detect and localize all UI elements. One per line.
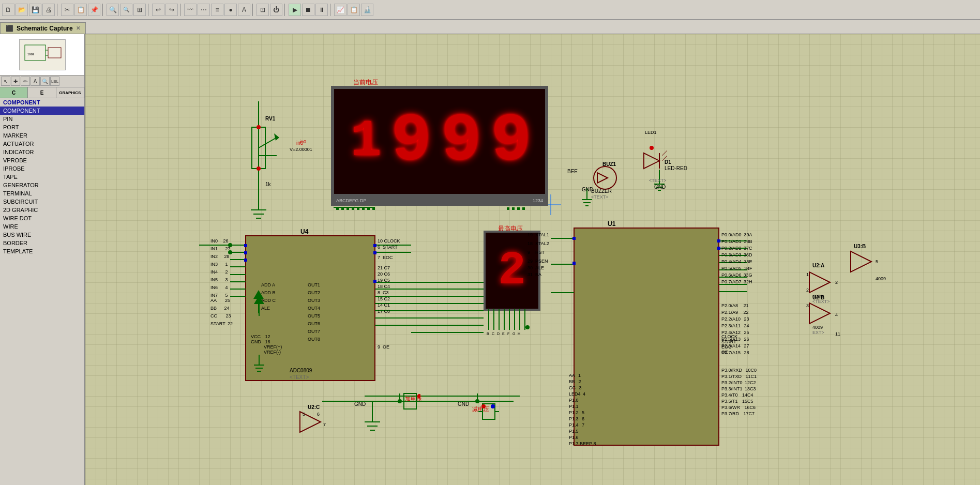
comp-item-border[interactable]: BORDER	[0, 239, 84, 247]
comp-item-actuator[interactable]: ACTUATOR	[0, 140, 84, 148]
gnd-d1: GND	[654, 184, 666, 190]
comp-item-wire[interactable]: WIRE	[0, 222, 84, 231]
svg-rect-104	[357, 207, 359, 210]
power-btn[interactable]: ⏻	[270, 4, 282, 16]
svg-rect-102	[346, 207, 349, 210]
comp-item-iprobe[interactable]: IPROBE	[0, 164, 84, 173]
cat-tab-e[interactable]: E	[28, 87, 56, 98]
svg-text:D: D	[497, 332, 500, 336]
u2a-out: 2	[835, 280, 838, 285]
print-btn[interactable]: 🖨	[42, 4, 55, 16]
svg-rect-108	[507, 207, 509, 210]
u1-p1-pins: AA 1 BB 2 CC 3 LED4 4 P1.0 P1.1 P1.2 5 P…	[569, 373, 596, 446]
svg-rect-88	[373, 280, 376, 283]
schematic-preview: 1999	[0, 34, 84, 75]
net-btn[interactable]: ⋯	[198, 4, 210, 16]
comp-item-pin[interactable]: PIN	[0, 115, 84, 123]
probe-btn[interactable]: 🔬	[361, 4, 373, 16]
svg-rect-110	[517, 207, 520, 210]
category-tabs: C E GRAPHICS	[0, 87, 84, 98]
u4-vref: VREF(+) VREF(-)	[264, 344, 282, 355]
u4-text-placeholder: <TEXT>	[290, 374, 309, 380]
u4-label: U4	[300, 228, 308, 235]
svg-marker-13	[809, 272, 830, 293]
u2c-in: 5	[303, 412, 305, 417]
select-tool[interactable]: ↖	[1, 77, 10, 86]
tab-close-btn[interactable]: ✕	[76, 25, 80, 31]
svg-rect-92	[717, 247, 720, 250]
draw-tool[interactable]: ✏	[21, 77, 30, 86]
save-btn[interactable]: 💾	[29, 4, 41, 16]
rv1-symbol	[246, 101, 287, 220]
tab-label: Schematic Capture	[17, 25, 73, 32]
comp-item-generator[interactable]: GENERATOR	[0, 181, 84, 189]
label-btn[interactable]: A	[238, 4, 250, 16]
buz1-label: BUZ1	[602, 161, 616, 167]
redo-btn[interactable]: ↪	[165, 4, 178, 16]
u4-oe-pin: 9 OE	[378, 344, 389, 350]
comp-item-vprobe[interactable]: VPROBE	[0, 156, 84, 164]
comp-item-terminal[interactable]: TERMINAL	[0, 189, 84, 198]
svg-point-99	[257, 166, 261, 171]
u2b-in1: 3	[806, 303, 809, 308]
log-btn[interactable]: 📋	[348, 4, 360, 16]
svg-rect-106	[367, 207, 370, 210]
comp-item-marker[interactable]: MARKER	[0, 131, 84, 140]
cat-tab-graphics[interactable]: GRAPHICS	[56, 87, 84, 98]
svg-line-22	[662, 150, 667, 156]
svg-marker-96	[274, 133, 279, 141]
component-btn[interactable]: ⊡	[257, 4, 269, 16]
zoom-in-btn[interactable]: 🔍	[107, 4, 119, 16]
comp-item-indicator[interactable]: INDICATOR	[0, 148, 84, 156]
paste-btn[interactable]: 📌	[88, 4, 100, 16]
u2c-in2: 6	[317, 412, 320, 417]
svg-text:C: C	[492, 332, 494, 336]
svg-text:B: B	[487, 332, 489, 336]
simulate-btn[interactable]: ▶	[289, 4, 301, 16]
svg-rect-100	[336, 207, 339, 210]
comp-item-template[interactable]: TEMPLATE	[0, 247, 84, 255]
lbl-tool[interactable]: LBL	[50, 77, 59, 86]
comp-item-component[interactable]: COMPONENT	[0, 107, 84, 115]
comp-item-wiredot[interactable]: WIRE DOT	[0, 214, 84, 222]
main-area: 1999 ↖ ✚ ✏ A 🔍 LBL C E GRAPHIC	[0, 34, 980, 485]
u2b-bot: 11	[835, 331, 840, 337]
stop-btn[interactable]: ⏹	[302, 4, 314, 16]
svg-marker-16	[851, 251, 871, 272]
cat-tab-c[interactable]: C	[0, 87, 28, 98]
cut-btn[interactable]: ✂	[61, 4, 73, 16]
move-tool[interactable]: ✚	[11, 77, 20, 86]
zoom-fit-btn[interactable]: ⊞	[133, 4, 146, 16]
graph-btn[interactable]: 📈	[334, 4, 346, 16]
schematic-tab[interactable]: ⬛ Schematic Capture ✕	[0, 22, 86, 34]
comp-item-2dgraphic[interactable]: 2D GRAPHIC	[0, 206, 84, 214]
wire-btn[interactable]: 〰	[184, 4, 197, 16]
comp-item-subcircuit[interactable]: SUBCIRCUIT	[0, 198, 84, 206]
tab-bar: ⬛ Schematic Capture ✕	[0, 20, 980, 34]
comp-item-tape[interactable]: TAPE	[0, 173, 84, 181]
zoom-out-btn[interactable]: 🔍	[120, 4, 132, 16]
comp-item-port[interactable]: PORT	[0, 123, 84, 131]
u4-inner-2: OUT1 OUT2 OUT3 OUT4 OUT5 OUT6 OUT7 OUT8	[308, 282, 320, 342]
schematic-canvas[interactable]: 当前电压 最高电压 加电压 减电压 1 9 9 9 ABCDEFG DP 123…	[85, 34, 980, 485]
junction-btn[interactable]: ●	[224, 4, 237, 16]
seg-pin-labels: ABCDEFG DP	[336, 198, 367, 203]
text-tool[interactable]: A	[31, 77, 40, 86]
bus-btn[interactable]: ≡	[211, 4, 223, 16]
zoom-tool[interactable]: 🔍	[40, 77, 50, 86]
undo-btn[interactable]: ↩	[152, 4, 164, 16]
u2c-label: U2:C	[308, 404, 320, 410]
open-btn[interactable]: 📂	[16, 4, 28, 16]
u4-bottom-pins: VCC 12 GND 16	[251, 334, 270, 344]
seg-display-bottom-bar: ABCDEFG DP 1234	[331, 195, 548, 206]
svg-point-17	[594, 166, 616, 189]
copy-btn[interactable]: 📋	[74, 4, 87, 16]
svg-text:F: F	[507, 332, 509, 336]
small-seg-digit: 2	[498, 248, 526, 294]
svg-marker-18	[597, 173, 608, 183]
new-btn[interactable]: 🗋	[2, 4, 14, 16]
comp-item-buswire[interactable]: BUS WIRE	[0, 231, 84, 239]
svg-point-127	[525, 325, 530, 329]
left-panel: 1999 ↖ ✚ ✏ A 🔍 LBL C E GRAPHIC	[0, 34, 85, 485]
pause-btn[interactable]: ⏸	[315, 4, 328, 16]
